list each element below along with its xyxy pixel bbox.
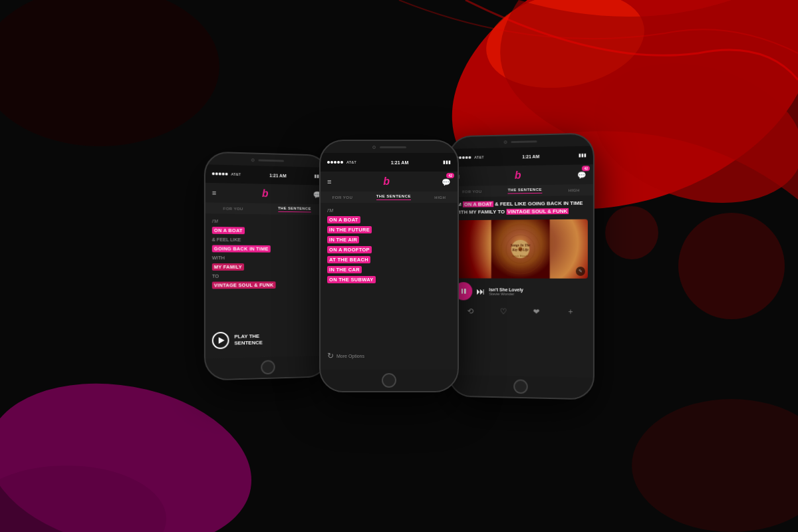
speaker-grill-center <box>380 146 406 148</box>
notification-badge-right[interactable]: 💬 42 <box>577 168 587 180</box>
time-left: 1:21 AM <box>269 173 287 178</box>
time-right: 1:21 AM <box>522 154 539 158</box>
play-area-left[interactable]: PLAY THE SENTENCE <box>212 327 322 353</box>
plain-with-left: WITH <box>212 255 225 261</box>
home-button-left[interactable] <box>261 360 275 374</box>
tab-sentence-left[interactable]: THE SENTENCE <box>278 206 311 212</box>
beats-b-right: b <box>515 169 521 181</box>
tab-for-you-left[interactable]: FOR YOU <box>223 206 243 210</box>
badge-num-right: 42 <box>582 166 590 171</box>
skip-button-right[interactable]: ⏭ <box>476 286 485 297</box>
highlight-in-the-future-center[interactable]: IN THE FUTURE <box>327 226 372 233</box>
highlight-on-a-boat-center[interactable]: ON A BOAT <box>327 216 360 223</box>
lyric-highlight-vintage: VINTAGE SOUL & FUNK <box>506 208 569 215</box>
svg-text:Stevie Wonder: Stevie Wonder <box>512 254 529 257</box>
phone-right-status-bar: AT&T 1:21 AM ▮▮▮ <box>450 146 593 167</box>
signal-dots-center <box>327 161 343 164</box>
carrier-left: AT&T <box>231 172 241 176</box>
carrier-center: AT&T <box>346 160 356 164</box>
phone-right-nav: ≡ b 💬 42 <box>450 164 593 186</box>
line-feel-like-left: & FEEL LIKE <box>212 237 322 243</box>
phone-center-content: I'M ON A BOAT IN THE FUTURE IN THE AIR O… <box>321 203 458 370</box>
intro-center: I'M <box>327 208 451 213</box>
phone-left-content: I'M ON A BOAT & FEEL LIKE GOING BACK IN … <box>205 213 328 358</box>
edit-pencil-right[interactable]: ✎ <box>576 266 585 275</box>
line-on-the-subway-center: ON THE SUBWAY <box>327 276 451 283</box>
phone-left-screen: AT&T 1:21 AM ▮▮▮ ≡ b 💬 FOR YOU THE SENTE… <box>205 152 328 379</box>
line-in-the-car-center: IN THE CAR <box>327 266 451 273</box>
refresh-icon-center: ↻ <box>327 351 334 360</box>
carrier-right: AT&T <box>474 155 483 159</box>
album-art-right[interactable]: Songs In The Key of Life Stevie Wonder ✎ <box>454 219 587 278</box>
menu-icon-left[interactable]: ≡ <box>212 189 216 197</box>
phone-left: AT&T 1:21 AM ▮▮▮ ≡ b 💬 FOR YOU THE SENTE… <box>204 151 329 380</box>
line-in-the-air-center: IN THE AIR <box>327 236 451 243</box>
phone-left-bottom <box>205 356 328 380</box>
tab-for-you-right[interactable]: FOR YOU <box>462 189 482 193</box>
home-button-right[interactable] <box>513 379 528 394</box>
more-text-center: More Options <box>336 354 364 358</box>
heart-icon-right[interactable]: ♡ <box>500 307 507 316</box>
tab-high-center[interactable]: HIGH <box>434 196 446 200</box>
highlight-on-a-rooftop-center[interactable]: ON A ROOFTOP <box>327 246 372 253</box>
phones-container: AT&T 1:21 AM ▮▮▮ ≡ b 💬 FOR YOU THE SENTE… <box>0 0 798 532</box>
beats-logo-right[interactable]: b <box>511 168 525 182</box>
beats-logo-center[interactable]: b <box>379 174 394 189</box>
phone-center-status-bar: AT&T 1:21 AM ▮▮▮ <box>321 153 458 172</box>
pause-bar-2 <box>464 288 466 293</box>
line-in-the-future-center: IN THE FUTURE <box>327 226 451 233</box>
tab-bar-right: FOR YOU THE SENTENCE HIGH <box>450 184 593 197</box>
svg-text:Key of Life: Key of Life <box>511 247 529 251</box>
svg-text:Songs In The: Songs In The <box>511 243 531 247</box>
highlight-on-the-subway-center[interactable]: ON THE SUBWAY <box>327 276 376 283</box>
phone-center-top-hardware <box>321 141 458 153</box>
action-bar-right: ⟲ ♡ ❤ ＋ <box>454 303 587 320</box>
line-vintage-left: VINTAGE SOUL & FUNK <box>212 281 322 289</box>
phone-center-nav: ≡ b 💬 42 <box>321 172 458 192</box>
pause-bar-1 <box>461 288 462 293</box>
line-with-left: WITH <box>212 255 322 261</box>
tab-for-you-center[interactable]: FOR YOU <box>332 196 353 200</box>
highlight-in-the-air-center[interactable]: IN THE AIR <box>327 236 359 243</box>
line-on-a-boat-center: ON A BOAT <box>327 216 451 223</box>
beats-logo-left[interactable]: b <box>258 186 272 201</box>
lyric-block-right: I'M ON A BOAT & FEEL LIKE GOING BACK IN … <box>454 199 587 216</box>
heart-beats-icon-right[interactable]: ❤ <box>533 307 540 316</box>
play-triangle-left <box>218 337 224 344</box>
speaker-grill-right <box>511 140 537 142</box>
highlight-vintage-left[interactable]: VINTAGE SOUL & FUNK <box>212 281 275 289</box>
pause-icon-right <box>461 288 466 293</box>
phone-right: AT&T 1:21 AM ▮▮▮ ≡ b 💬 42 FOR YOU THE SE… <box>448 132 595 400</box>
tab-sentence-right[interactable]: THE SENTENCE <box>508 187 542 194</box>
battery-center: ▮▮▮ <box>443 160 451 165</box>
tab-bar-center: FOR YOU THE SENTENCE HIGH <box>321 192 458 203</box>
add-icon-right[interactable]: ＋ <box>567 306 575 317</box>
home-button-center[interactable] <box>382 373 396 388</box>
highlight-family-left[interactable]: MY FAMILY <box>212 263 244 271</box>
line-on-a-rooftop-center: ON A ROOFTOP <box>327 246 451 253</box>
beats-b-center: b <box>383 176 390 188</box>
play-label-left: PLAY THE SENTENCE <box>234 333 262 346</box>
highlight-going-back-left[interactable]: GOING BACK IN TIME <box>212 245 271 253</box>
highlight-at-the-beach-center[interactable]: AT THE BEACH <box>327 256 370 263</box>
highlight-on-a-boat-left[interactable]: ON A BOAT <box>212 227 245 234</box>
tab-sentence-center[interactable]: THE SENTENCE <box>376 194 411 200</box>
highlight-in-the-car-center[interactable]: IN THE CAR <box>327 266 362 273</box>
track-info-right: Isn't She Lovely Stevie Wonder <box>489 287 588 295</box>
line-on-a-boat-left: ON A BOAT <box>212 227 322 235</box>
line-to-left: TO <box>212 273 322 279</box>
repost-icon-right[interactable]: ⟲ <box>467 306 474 315</box>
notification-badge-center[interactable]: 💬 42 <box>442 176 451 188</box>
line-family-left: MY FAMILY <box>212 263 322 271</box>
phone-left-nav: ≡ b 💬 <box>205 183 328 205</box>
front-camera-right <box>504 140 507 143</box>
badge-num-center: 42 <box>446 173 454 178</box>
battery-right: ▮▮▮ <box>579 152 587 158</box>
menu-icon-center[interactable]: ≡ <box>327 178 331 186</box>
more-options-center[interactable]: ↻ More Options <box>327 347 451 364</box>
phone-center-screen: AT&T 1:21 AM ▮▮▮ ≡ b 💬 42 FOR YOU THE SE… <box>321 141 458 391</box>
tab-high-right[interactable]: HIGH <box>569 188 580 192</box>
track-artist-right: Stevie Wonder <box>489 291 588 296</box>
play-circle-left[interactable] <box>212 332 229 349</box>
phone-center-bottom <box>321 370 458 391</box>
